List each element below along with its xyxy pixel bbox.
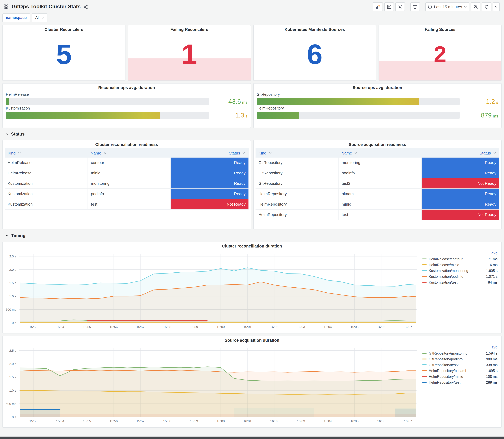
legend-item[interactable]: Kustomization/test84 ms [422,279,499,285]
legend-swatch [422,382,427,383]
cell-name: podinfo [87,189,171,199]
cell-status: Ready [171,189,249,199]
filter-icon [242,151,246,155]
dashboard-grid-icon[interactable] [4,4,9,9]
legend-avg-value: 289 ms [486,380,499,384]
tv-mode-button[interactable] [410,2,420,11]
save-dashboard-button[interactable] [384,2,394,11]
panel-title[interactable]: Cluster reconciliation readiness [3,140,250,148]
cell-kind: GitRepository [255,158,338,168]
svg-text:1.0 s: 1.0 s [9,294,16,298]
svg-text:16:02: 16:02 [270,325,278,329]
row-toggle-timing[interactable]: Timing [2,232,502,239]
timeseries-chart[interactable]: 15:5315:5415:5515:5615:5715:5815:5916:00… [5,344,421,424]
cell-status: Ready [421,168,499,178]
cell-kind: HelmRelease [5,158,87,168]
legend-item[interactable]: GitRepository/test2338 ms [422,362,499,368]
zoom-out-button[interactable] [471,2,480,11]
chevron-down-icon [5,132,9,136]
time-range-label: Last 15 minutes [434,4,462,9]
column-header-kind[interactable]: Kind [5,148,87,158]
namespace-variable-select[interactable]: All [32,13,48,22]
legend-swatch [422,282,427,283]
cell-kind: HelmRepository [255,199,338,209]
gauge-bar [257,98,460,105]
legend-avg-value: 1.695 s [486,369,499,372]
legend-avg-header: avg [422,251,499,256]
column-header-kind[interactable]: Kind [255,148,338,158]
legend-avg-header: avg [422,345,499,350]
panel-title[interactable]: Cluster reconciliation duration [3,242,501,250]
share-icon[interactable] [84,4,88,9]
cell-status: Ready [171,158,249,168]
svg-text:500 ms: 500 ms [6,402,16,405]
panel-title[interactable]: Reconciler ops avg. duration [6,84,247,91]
stat-value: 2 [379,31,501,77]
legend-avg-value: 71 ms [488,257,499,261]
svg-text:15:54: 15:54 [56,419,64,423]
table-row: HelmReleaseminioReady [5,168,249,178]
legend-item[interactable]: GitRepository/podinfo980 ms [422,356,499,362]
legend-item[interactable]: HelmRepository/bitnami1.695 s [422,368,499,374]
legend-swatch [422,353,427,354]
legend-avg-value: 980 ms [486,357,499,361]
row-toggle-status[interactable]: Status [2,130,502,138]
refresh-interval-dropdown[interactable] [493,2,500,11]
legend-swatch [422,270,427,271]
cell-kind: HelmRepository [255,189,338,199]
column-header-name[interactable]: Name [338,148,421,158]
column-header-status[interactable]: Status [171,148,249,158]
svg-text:0 s: 0 s [12,415,16,419]
panel-cluster-reconciliation-duration: Cluster reconciliation duration 15:5315:… [2,242,502,333]
legend-series-name: GitRepository/test2 [429,363,459,367]
legend-series-name: HelmRelease/minio [429,263,459,267]
gauge-bar [6,98,209,105]
gauge-value: 879ms [464,112,498,119]
legend-swatch [422,359,427,359]
svg-text:15:54: 15:54 [56,325,64,329]
add-panel-button[interactable] [373,2,383,11]
legend-swatch [422,276,427,277]
svg-text:15:53: 15:53 [29,419,37,423]
legend-item[interactable]: Kustomization/monitoring1.605 s [422,268,499,273]
column-header-status[interactable]: Status [421,148,499,158]
legend-item[interactable]: HelmRelease/minio16 ms [422,262,499,268]
gauge-value: 1.3s [213,112,247,119]
legend-series-name: GitRepository/monitoring [429,351,467,355]
stat-panel-cluster-reconcilers: Cluster Reconcilers 5 [2,25,125,81]
cell-kind: HelmRepository [255,209,338,220]
legend-item[interactable]: HelmRelease/contour71 ms [422,256,499,262]
svg-text:15:57: 15:57 [136,419,145,423]
svg-text:1.0 s: 1.0 s [9,389,16,392]
svg-text:16:01: 16:01 [244,325,252,329]
legend-item[interactable]: Kustomization/podinfo1.071 s [422,273,499,279]
legend-series-name: Kustomization/podinfo [429,275,463,278]
cell-name: monitoring [338,158,421,168]
panel-source-ops-duration: Source ops avg. duration GitRepository 1… [253,83,502,128]
table-body: HelmReleasecontourReadyHelmReleaseminioR… [5,158,249,209]
time-range-picker[interactable]: Last 15 minutes [425,2,469,11]
svg-text:16:03: 16:03 [297,325,305,329]
svg-text:2.0 s: 2.0 s [9,268,16,271]
namespace-variable-label[interactable]: namespace [2,13,30,22]
svg-text:15:53: 15:53 [29,325,37,329]
panel-title[interactable]: Source ops avg. duration [257,84,498,91]
legend-item[interactable]: HelmRepository/test289 ms [422,379,499,385]
cell-status: Ready [421,158,499,168]
refresh-button[interactable] [482,2,492,11]
stat-value: 1 [128,31,251,77]
filter-icon [103,151,107,155]
timeseries-chart[interactable]: 15:5315:5415:5515:5615:5715:5815:5916:00… [5,250,421,330]
legend-item[interactable]: HelmRepository/minio108 ms [422,374,499,379]
legend-item[interactable]: GitRepository/monitoring1.594 s [422,350,499,356]
panel-title[interactable]: Source acquisition duration [3,336,501,344]
table-body: GitRepositorymonitoringReadyGitRepositor… [255,158,499,220]
cell-kind: GitRepository [255,168,338,178]
filter-icon [354,151,357,155]
panel-title[interactable]: Source acquisition readiness [254,140,501,148]
column-header-name[interactable]: Name [87,148,171,158]
stat-value: 6 [254,31,376,77]
svg-text:16:07: 16:07 [404,419,412,423]
dashboard-settings-button[interactable] [395,2,405,11]
gauge-label: HelmRepository [257,106,498,110]
